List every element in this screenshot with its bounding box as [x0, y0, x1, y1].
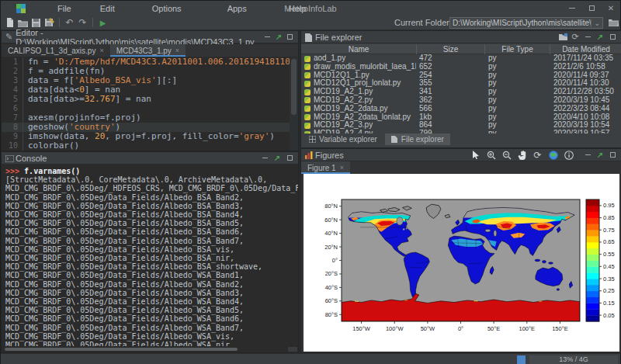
file-table-body: aod_1.py472py2017/11/24 03:35draw_modis_… — [301, 54, 621, 133]
table-row[interactable]: draw_modis_mulorbit_laea_1km.py652py2021… — [301, 63, 621, 71]
svg-text:0°: 0° — [332, 257, 338, 264]
python-file-icon — [304, 81, 310, 87]
pan-hand-icon[interactable] — [517, 150, 527, 160]
code-line[interactable]: 5data[data>=32.767] = nan — [2, 95, 298, 104]
zoom-out-icon[interactable] — [501, 150, 512, 160]
editor-minimize-icon[interactable] — [263, 33, 272, 42]
new-file-icon[interactable] — [3, 16, 16, 29]
line-number: 1 — [2, 57, 23, 67]
figure-canvas[interactable]: 150°W100°W50°W0°50°E100°E150°E80°N60°N40… — [304, 174, 619, 352]
editor-tab-calipso[interactable]: CALIPSO_L1_3d_axis.py × — [2, 44, 110, 57]
svg-text:0.35: 0.35 — [603, 276, 615, 283]
table-row[interactable]: MCD12Q1_proj_lonlat.py355py2020/11/4 10:… — [301, 79, 621, 88]
menu-options[interactable]: Options — [152, 4, 182, 13]
svg-text:40°N: 40°N — [324, 230, 338, 237]
refresh-icon[interactable]: ⟳ — [571, 33, 580, 42]
console-detach-icon[interactable]: ↗ — [272, 154, 282, 163]
code-line[interactable]: 10colorbar() — [2, 141, 298, 151]
column-header-date[interactable]: Date Modified — [550, 44, 621, 54]
line-number: 8 — [2, 123, 23, 132]
select-arrow-icon[interactable] — [470, 150, 480, 160]
identify-info-icon[interactable] — [564, 150, 574, 160]
minimize-window-icon[interactable] — [567, 4, 577, 13]
menu-apps[interactable]: Apps — [227, 4, 247, 13]
file-explorer-minimize-icon[interactable] — [583, 33, 592, 42]
column-header-filetype[interactable]: File Type — [485, 44, 550, 54]
file-explorer-maximize-icon[interactable] — [608, 33, 617, 42]
table-row[interactable]: MCD19_A2_2data_lonlat.py1kbpy2020/4/10 1… — [301, 113, 621, 122]
figures-detach-icon[interactable]: ↗ — [595, 151, 605, 160]
console-line: MCD_CMG_BRDF_0\.05Deg/Data_Fields/Albedo… — [5, 271, 298, 279]
line-number: 6 — [2, 104, 23, 113]
file-explorer-panel: File explorer ⟳ ↗ Name Size File Type Da… — [300, 30, 621, 148]
console-line: [StructMetadata\.0, CoreMetadata\.0, Arc… — [5, 175, 298, 184]
editor-maximize-icon[interactable] — [286, 33, 294, 42]
menu-edit[interactable]: Edit — [100, 4, 115, 13]
console-line: MCD_CMG_BRDF_0\.05Deg/Data_Fields/Albedo… — [5, 280, 298, 289]
menu-bar: FileEditOptionsAppsHelp — [26, 4, 306, 13]
table-row[interactable]: MCD12Q1_1.py254py2020/11/4 09:37 — [301, 71, 621, 80]
column-header-size[interactable]: Size — [417, 44, 485, 54]
console-hscrollbar[interactable] — [2, 347, 287, 352]
rotate-icon[interactable]: ⟳ — [533, 150, 543, 160]
menu-help[interactable]: Help — [289, 4, 307, 13]
column-header-name[interactable]: Name — [301, 44, 417, 54]
figures-maximize-icon[interactable] — [608, 151, 617, 160]
chevron-down-icon[interactable]: ⌄ — [591, 19, 600, 27]
status-bar: 13% / 4G — [1, 353, 620, 364]
figures-icon — [305, 151, 312, 158]
zoom-in-icon[interactable] — [486, 150, 496, 160]
tab-figure-1[interactable]: Figure 1 × — [301, 161, 350, 174]
table-row[interactable]: aod_1.py472py2017/11/24 03:35 — [301, 54, 621, 63]
figures-title: Figures — [315, 151, 344, 160]
svg-text:60°S: 60°S — [325, 297, 338, 304]
editor-scrollbar[interactable] — [290, 57, 298, 151]
console-line: MCD_CMG_BRDF_0\.05Deg/Data_Fields/Albedo… — [5, 341, 298, 346]
file-type: py — [488, 113, 555, 122]
tab-variable-explorer[interactable]: Variable explorer — [303, 133, 383, 145]
variable-grid-icon — [309, 136, 316, 143]
console-header: Console ↗ — [2, 152, 298, 165]
close-tab-icon[interactable]: × — [340, 164, 344, 172]
maximize-window-icon[interactable] — [587, 4, 596, 13]
editor-detach-icon[interactable]: ↗ — [274, 33, 283, 42]
console-line: MCD_CMG_BRDF_0\.05Deg/Data_Fields/Albedo… — [5, 227, 298, 236]
console-maximize-icon[interactable] — [285, 154, 294, 163]
code-text: colorbar() — [23, 141, 79, 151]
current-folder-combobox[interactable]: D:\Working\MIScript\Jython\mis\satellite… — [449, 17, 603, 29]
close-tab-icon[interactable]: × — [175, 47, 179, 54]
close-tab-icon[interactable]: × — [99, 47, 103, 54]
svg-text:40°S: 40°S — [325, 284, 338, 291]
globe-icon[interactable] — [548, 150, 558, 160]
console-output[interactable]: >>> f.varnames()[StructMetadata\.0, Core… — [2, 165, 298, 346]
console-minimize-icon[interactable] — [260, 154, 269, 163]
table-row[interactable]: MCD19_A2_3.py864py2020/3/19 10:54 — [301, 121, 621, 130]
line-number: 7 — [2, 113, 23, 123]
code-text: data[data>=32.767] = nan — [23, 95, 151, 104]
table-row[interactable]: MCD19_A2_2.py362py2020/3/19 10:45 — [301, 96, 621, 105]
svg-text:0°: 0° — [458, 325, 463, 332]
console-line: MCD_CMG_BRDF_0\.05Deg/Data_Fields/Albedo… — [5, 219, 298, 227]
tab-file-explorer[interactable]: File explorer — [385, 133, 450, 145]
file-date: 2020/3/19 10:54 — [553, 121, 620, 130]
figures-minimize-icon[interactable] — [583, 151, 592, 160]
editor-tab-mcd43c3[interactable]: MCD43C3_1.py × — [110, 44, 186, 57]
console-line: MCD_CMG_BRDF_0\.05Deg/Data_Fields/Albedo… — [5, 245, 298, 254]
tab-label: File explorer — [401, 135, 444, 144]
table-row[interactable]: MCD19_A2_2data.py566py2022/3/23 08:44 — [301, 105, 621, 113]
menu-file[interactable]: File — [57, 4, 71, 13]
console-panel: Console ↗ >>> f.varnames()[StructMetadat… — [1, 151, 299, 353]
close-window-icon[interactable]: ✕ — [606, 4, 616, 13]
file-name: MCD19_A2_2.py — [314, 96, 416, 105]
svg-text:80°S: 80°S — [325, 311, 338, 318]
explorer-bottom-tabs: Variable explorer File explorer — [301, 133, 450, 145]
code-editor[interactable]: 1fn = 'D:/Temp/hdf/MCD43C3.A2011001.006.… — [2, 57, 298, 151]
file-explorer-detach-icon[interactable]: ↗ — [595, 33, 605, 42]
table-row[interactable]: MCD19_A2_1.py341py2021/12/28 03:50 — [301, 88, 621, 96]
new-folder-icon[interactable] — [558, 33, 567, 42]
svg-text:20°N: 20°N — [324, 244, 338, 251]
file-type: py — [488, 121, 555, 130]
file-type: py — [488, 96, 555, 105]
line-number: 2 — [2, 67, 23, 76]
browse-folder-icon[interactable] — [609, 18, 619, 28]
